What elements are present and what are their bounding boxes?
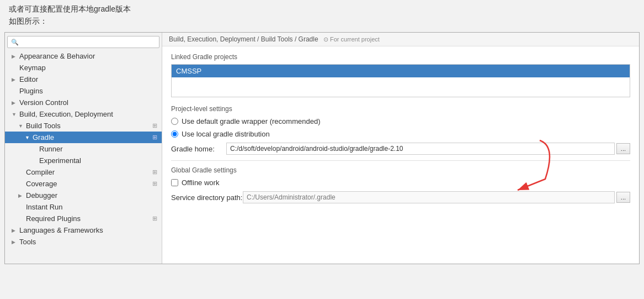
nav-label-version-control: Version Control [19,98,68,107]
project-level-label: Project-level settings [171,105,630,113]
top-text: 或者可直接配置使用本地gradle版本 [0,0,644,15]
nav-item-languages[interactable]: ▶Languages & Frameworks [5,224,162,236]
nav-item-editor[interactable]: ▶Editor [5,74,162,85]
breadcrumb-suffix: ⊙ For current project [323,36,380,43]
nav-item-compiler[interactable]: Compiler⊞ [5,166,162,178]
nav-arrow-build-exec: ▼ [12,112,18,117]
nav-label-tools: Tools [19,238,36,246]
linked-project-item[interactable]: CMSSP [172,65,630,77]
nav-item-gradle[interactable]: ▼Gradle⊞ [5,132,162,143]
nav-item-required-plugins[interactable]: Required Plugins⊞ [5,213,162,224]
nav-arrow-debugger: ▶ [18,193,25,198]
nav-item-appearance[interactable]: ▶Appearance & Behavior [5,50,162,62]
content-area: Linked Gradle projects CMSSP Project-lev… [162,46,639,210]
radio-default[interactable] [171,118,178,125]
radio-local-row: Use local gradle distribution [171,130,630,138]
service-dir-browse-button[interactable]: ... [616,192,630,203]
search-bar[interactable]: 🔍 [7,36,159,48]
offline-work-checkbox[interactable] [171,179,178,186]
sub-text: 如图所示： [0,15,644,30]
nav-icon-required-plugins: ⊞ [152,215,157,222]
nav-item-version-control[interactable]: ▶Version Control [5,97,162,108]
nav-item-coverage[interactable]: Coverage⊞ [5,178,162,190]
nav-item-plugins[interactable]: Plugins [5,85,162,97]
nav-item-experimental[interactable]: Experimental [5,155,162,166]
nav-arrow-languages: ▶ [12,228,18,233]
nav-label-runner: Runner [39,145,63,153]
gradle-home-browse-button[interactable]: ... [616,143,630,154]
nav-item-tools[interactable]: ▶Tools [5,236,162,248]
offline-work-row: Offline work [171,179,630,187]
service-dir-row: Service directory path: ... [171,191,630,203]
nav-label-plugins: Plugins [19,87,43,95]
breadcrumb: Build, Execution, Deployment / Build Too… [162,33,639,46]
nav-arrow-tools: ▶ [12,239,18,245]
radio-default-row: Use default gradle wrapper (recommended) [171,117,630,125]
nav-item-build-exec[interactable]: ▼Build, Execution, Deployment [5,108,162,120]
gradle-home-input[interactable] [226,143,615,155]
service-dir-label: Service directory path: [171,193,243,202]
nav-arrow-build-tools: ▼ [18,123,25,129]
nav-icon-coverage: ⊞ [152,180,157,187]
nav-label-instant-run: Instant Run [26,203,63,211]
nav-label-compiler: Compiler [26,168,55,176]
gradle-home-label: Gradle home: [171,145,226,153]
offline-work-label: Offline work [182,179,219,187]
radio-local[interactable] [171,130,178,138]
linked-projects-box: CMSSP [171,64,630,97]
nav-label-languages: Languages & Frameworks [19,226,103,234]
search-input[interactable] [21,38,156,46]
nav-item-debugger[interactable]: ▶Debugger [5,190,162,201]
nav-icon-build-tools: ⊞ [152,122,157,129]
nav-list: ▶Appearance & BehaviorKeymap▶EditorPlugi… [5,50,162,248]
section-divider [171,160,630,161]
service-dir-input[interactable] [243,191,615,203]
nav-label-build-exec: Build, Execution, Deployment [19,110,113,118]
left-panel: 🔍 ▶Appearance & BehaviorKeymap▶EditorPlu… [5,33,162,264]
nav-arrow-appearance: ▶ [12,54,18,59]
nav-arrow-gradle: ▼ [25,135,31,140]
nav-arrow-version-control: ▶ [12,100,18,106]
nav-item-keymap[interactable]: Keymap [5,62,162,74]
linked-projects-label: Linked Gradle projects [171,53,630,61]
nav-label-debugger: Debugger [26,191,57,200]
nav-label-required-plugins: Required Plugins [26,214,81,223]
gradle-home-row: Gradle home: ... [171,143,630,155]
nav-label-keymap: Keymap [19,64,46,72]
nav-label-experimental: Experimental [39,156,81,165]
nav-item-runner[interactable]: Runner [5,143,162,155]
right-panel: Build, Execution, Deployment / Build Too… [162,33,639,264]
nav-label-editor: Editor [19,75,38,83]
radio-default-label: Use default gradle wrapper (recommended) [182,117,320,125]
global-section-label: Global Gradle settings [171,166,630,174]
dialog-container: 🔍 ▶Appearance & BehaviorKeymap▶EditorPlu… [4,32,640,264]
nav-label-build-tools: Build Tools [26,122,61,130]
radio-local-label: Use local gradle distribution [182,130,270,138]
nav-icon-gradle: ⊞ [152,134,157,141]
nav-item-build-tools[interactable]: ▼Build Tools⊞ [5,120,162,132]
nav-label-coverage: Coverage [26,180,57,188]
nav-icon-compiler: ⊞ [152,169,157,176]
nav-arrow-editor: ▶ [12,77,18,82]
nav-label-gradle: Gradle [33,133,54,141]
nav-item-instant-run[interactable]: Instant Run [5,201,162,213]
nav-label-appearance: Appearance & Behavior [19,52,95,60]
search-icon: 🔍 [11,39,19,46]
